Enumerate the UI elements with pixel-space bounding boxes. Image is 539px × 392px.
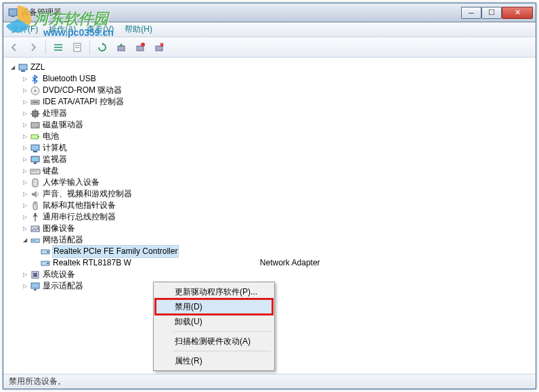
expander-icon[interactable] (21, 87, 28, 94)
tree-category[interactable]: 磁盘驱动器 (6, 119, 533, 131)
tree-category[interactable]: Bluetooth USB (6, 73, 533, 85)
detail-button[interactable] (51, 41, 65, 54)
svg-rect-11 (156, 46, 163, 51)
expander-icon[interactable] (21, 271, 28, 278)
tree-category[interactable]: 人体学输入设备 (6, 177, 533, 188)
svg-rect-0 (9, 9, 17, 16)
statusbar: 禁用所选设备。 (3, 374, 536, 389)
forward-button[interactable] (26, 41, 40, 54)
maximize-button[interactable]: ☐ (481, 7, 502, 19)
menu-view[interactable]: 查看(V) (81, 22, 119, 37)
tree-category[interactable]: 图像设备 (6, 223, 533, 234)
back-button[interactable] (7, 41, 21, 54)
svg-rect-30 (36, 171, 37, 171)
tree-device-realtek-rtl8187b[interactable]: Realtek RTL8187B WNetwork Adapter (6, 257, 533, 269)
svg-rect-21 (31, 135, 38, 139)
ctx-update-driver[interactable]: 更新驱动程序软件(P)... (156, 284, 272, 299)
svg-point-34 (35, 213, 37, 215)
titlebar: 设备管理器 ─ ☐ ✕ (3, 3, 536, 22)
tree-category[interactable]: 计算机 (6, 142, 533, 154)
toolbar (3, 37, 536, 58)
ctx-disable[interactable]: 禁用(D) (156, 299, 272, 314)
context-menu: 更新驱动程序软件(P)... 禁用(D) 卸载(U) 扫描检测硬件改动(A) 属… (153, 282, 275, 371)
svg-rect-25 (31, 156, 39, 162)
expander-icon[interactable] (21, 190, 28, 198)
expander-icon[interactable] (9, 64, 16, 71)
expander-icon[interactable] (21, 225, 28, 232)
svg-rect-41 (47, 251, 49, 253)
expander-icon[interactable] (21, 156, 28, 163)
network-icon (30, 235, 41, 246)
tree-category[interactable]: 监视器 (6, 154, 533, 165)
sound-icon (30, 189, 41, 200)
usb-icon (30, 212, 41, 223)
menubar: 文件(F) 操作(A) 查看(V) 帮助(H) (3, 22, 536, 37)
expander-icon[interactable] (21, 133, 28, 140)
expander-icon[interactable] (21, 121, 28, 129)
expander-icon[interactable] (21, 213, 28, 221)
tree-category[interactable]: 电池 (6, 131, 533, 142)
expander-icon[interactable] (21, 98, 28, 106)
tree-category[interactable]: 声音、视频和游戏控制器 (6, 188, 533, 200)
uninstall-button[interactable] (152, 41, 166, 54)
hid-icon (30, 177, 41, 188)
ide-icon (30, 97, 41, 108)
svg-rect-29 (34, 171, 35, 171)
minimize-button[interactable]: ─ (461, 7, 481, 19)
computer-icon (30, 143, 41, 154)
update-driver-button[interactable] (114, 41, 128, 54)
battery-icon (30, 131, 41, 142)
image-icon (30, 223, 41, 234)
tree-root[interactable]: ZZL (6, 62, 533, 73)
svg-rect-3 (54, 47, 62, 48)
tree-category[interactable]: IDE ATA/ATAPI 控制器 (6, 96, 533, 108)
close-button[interactable]: ✕ (502, 7, 533, 19)
tree-category[interactable]: 系统设备 (6, 269, 533, 280)
properties-button[interactable] (70, 41, 84, 54)
ctx-scan-hardware[interactable]: 扫描检测硬件改动(A) (156, 334, 272, 349)
svg-rect-24 (33, 151, 37, 152)
svg-rect-47 (34, 289, 37, 290)
menu-action[interactable]: 操作(A) (43, 22, 81, 37)
refresh-button[interactable] (95, 41, 109, 54)
svg-point-20 (37, 126, 38, 127)
tree-category-network[interactable]: 网络适配器 (6, 234, 533, 246)
expander-icon[interactable] (21, 282, 28, 290)
expander-icon[interactable] (21, 202, 28, 209)
svg-rect-17 (33, 102, 38, 103)
tree-category[interactable]: 鼠标和其他指针设备 (6, 200, 533, 211)
nic-icon (40, 258, 51, 269)
svg-rect-7 (75, 47, 79, 48)
expander-icon[interactable] (21, 144, 28, 152)
system-icon (30, 269, 41, 280)
svg-rect-46 (31, 283, 39, 288)
menu-help[interactable]: 帮助(H) (119, 22, 158, 37)
expander-icon[interactable] (21, 110, 28, 117)
monitor-icon (30, 154, 41, 165)
mouse-icon (30, 200, 41, 211)
bluetooth-icon (30, 74, 41, 85)
tree-category[interactable]: DVD/CD-ROM 驱动器 (6, 85, 533, 96)
disable-button[interactable] (133, 41, 147, 54)
expander-icon[interactable] (21, 167, 28, 175)
window-title: 设备管理器 (21, 7, 461, 18)
svg-rect-2 (54, 44, 62, 45)
svg-rect-28 (32, 171, 33, 171)
svg-rect-23 (31, 145, 39, 150)
svg-rect-4 (54, 49, 62, 51)
expander-icon[interactable] (21, 75, 28, 83)
expander-icon[interactable] (21, 236, 28, 244)
ctx-properties[interactable]: 属性(R) (156, 353, 272, 368)
svg-point-10 (141, 43, 145, 47)
menu-file[interactable]: 文件(F) (6, 22, 43, 37)
svg-rect-6 (75, 45, 79, 46)
disc-icon (30, 85, 41, 96)
svg-rect-19 (31, 123, 39, 128)
tree-device-realtek-pcie[interactable]: Realtek PCIe FE Family Controller (6, 246, 533, 257)
ctx-uninstall[interactable]: 卸载(U) (156, 314, 272, 329)
tree-category[interactable]: 键盘 (6, 165, 533, 177)
expander-icon[interactable] (21, 179, 28, 186)
tree-category[interactable]: 处理器 (6, 108, 533, 119)
tree-category[interactable]: 通用串行总线控制器 (6, 211, 533, 223)
svg-rect-22 (38, 136, 39, 137)
